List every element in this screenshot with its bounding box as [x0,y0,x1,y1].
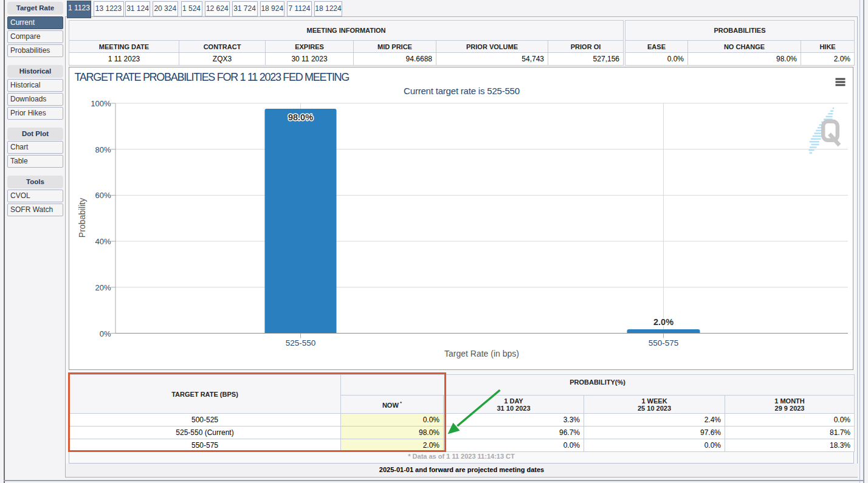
svg-text:550-575: 550-575 [648,338,678,347]
svg-text:60%: 60% [95,191,111,200]
svg-text:20%: 20% [95,283,111,292]
svg-text:98.0%: 98.0% [288,112,312,122]
svg-text:Target Rate (in bps): Target Rate (in bps) [444,349,519,358]
svg-text:80%: 80% [95,145,111,154]
svg-text:2.0%: 2.0% [653,317,673,326]
svg-text:525-550: 525-550 [285,338,315,347]
svg-text:TARGET RATE PROBABILITIES FOR: TARGET RATE PROBABILITIES FOR 1 11 2023 … [74,70,349,83]
svg-text:Current target rate is 525-550: Current target rate is 525-550 [404,85,520,95]
svg-text:0%: 0% [99,329,111,338]
svg-text:Probability: Probability [77,197,86,237]
svg-text:40%: 40% [95,236,111,245]
svg-text:100%: 100% [91,99,111,108]
